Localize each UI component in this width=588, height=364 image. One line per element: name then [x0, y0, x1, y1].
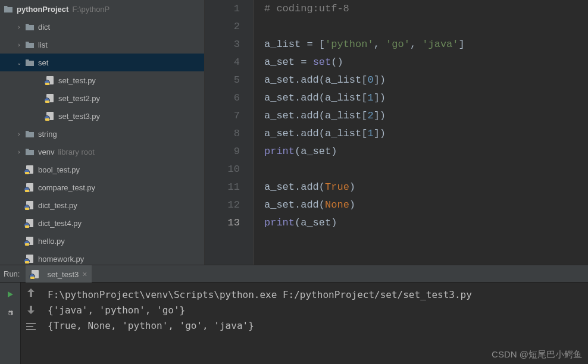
code-line[interactable]: a_set.add(None): [264, 196, 465, 214]
tree-file[interactable]: compare_test.py: [0, 178, 204, 196]
code-line[interactable]: a_set.add(a_list[1]): [264, 89, 465, 107]
code-line[interactable]: a_set.add(True): [264, 178, 465, 196]
python-file-icon: [25, 254, 35, 263]
gutter: 12345678910111213: [205, 0, 254, 265]
tree-item-hint: library root: [58, 148, 94, 156]
code-area[interactable]: # coding:utf-8a_list = ['python', 'go', …: [254, 0, 465, 265]
code-line[interactable]: [264, 18, 465, 36]
python-file-icon: [25, 183, 35, 192]
tree-file[interactable]: set_test2.py: [0, 89, 204, 107]
chevron-right-icon[interactable]: ›: [14, 147, 24, 156]
close-icon[interactable]: ×: [82, 269, 87, 279]
python-file-icon: [30, 269, 40, 279]
soft-wrap-button[interactable]: [26, 323, 36, 332]
chevron-down-icon[interactable]: ⌄: [14, 58, 24, 67]
tree-file[interactable]: dict_test.py: [0, 196, 204, 214]
python-file-icon: [25, 200, 35, 210]
line-number: 13: [205, 214, 240, 232]
code-line[interactable]: a_set.add(a_list[1]): [264, 125, 465, 143]
tree-item-label: string: [38, 130, 57, 139]
console-line: F:\pythonProject\venv\Scripts\python.exe…: [48, 287, 581, 303]
tree-item-label: set: [38, 58, 48, 67]
line-number: 3: [205, 36, 240, 54]
folder-icon: [25, 129, 35, 139]
code-line[interactable]: [264, 161, 465, 178]
run-tab[interactable]: set_test3 ×: [26, 265, 92, 283]
tree-folder[interactable]: ›string: [0, 125, 204, 143]
line-number: 4: [205, 54, 240, 71]
line-number: 10: [205, 161, 240, 178]
run-toolbar-left: [0, 283, 20, 364]
tree-item-label: bool_test.py: [38, 165, 80, 174]
code-line[interactable]: a_set = set(): [264, 54, 465, 71]
chevron-right-icon[interactable]: ›: [14, 129, 24, 139]
tree-item-label: set_test3.py: [58, 112, 100, 121]
line-number: 12: [205, 196, 240, 214]
tree-item-label: dict: [38, 23, 50, 32]
python-file-icon: [45, 93, 55, 103]
tree-file[interactable]: set_test.py: [0, 71, 204, 89]
console-line: {'java', 'python', 'go'}: [48, 303, 581, 318]
project-tree[interactable]: pythonProject F:\pythonP ›dict›list⌄sets…: [0, 0, 205, 265]
folder-icon: [25, 22, 35, 32]
line-number: 2: [205, 18, 240, 36]
chevron-right-icon[interactable]: ›: [14, 22, 24, 32]
tree-folder[interactable]: ›list: [0, 36, 204, 54]
settings-button[interactable]: [4, 307, 16, 319]
tree-item-label: hello.py: [38, 237, 65, 246]
code-line[interactable]: a_set.add(a_list[2]): [264, 107, 465, 125]
line-number: 9: [205, 143, 240, 161]
folder-icon: [25, 147, 35, 156]
code-line[interactable]: # coding:utf-8: [264, 0, 465, 18]
tree-item-label: compare_test.py: [38, 183, 95, 192]
line-number: 7: [205, 107, 240, 125]
scroll-up-button[interactable]: [27, 288, 35, 299]
tree-item-label: venv: [38, 148, 54, 156]
project-path: F:\pythonP: [72, 5, 110, 14]
run-toolbar-output: [20, 283, 40, 364]
tree-item-label: set_test2.py: [58, 94, 100, 103]
python-file-icon: [25, 236, 35, 246]
tree-file[interactable]: homework.py: [0, 250, 204, 265]
chevron-right-icon[interactable]: ›: [14, 40, 24, 49]
tree-item-label: dict_test4.py: [38, 219, 82, 228]
run-tabs: Run: set_test3 ×: [0, 265, 588, 283]
tree-item-label: set_test.py: [58, 76, 96, 85]
tree-file[interactable]: dict_test4.py: [0, 214, 204, 232]
scroll-down-button[interactable]: [27, 306, 35, 316]
run-label: Run:: [0, 269, 26, 278]
line-number: 11: [205, 178, 240, 196]
tree-file[interactable]: set_test3.py: [0, 107, 204, 125]
project-name: pythonProject: [17, 5, 68, 14]
project-root[interactable]: pythonProject F:\pythonP: [0, 0, 204, 18]
line-number: 6: [205, 89, 240, 107]
rerun-button[interactable]: [4, 288, 16, 300]
code-line[interactable]: a_set.add(a_list[0]): [264, 71, 465, 89]
tree-item-label: homework.py: [38, 255, 84, 263]
code-line[interactable]: print(a_set): [264, 214, 465, 232]
python-file-icon: [25, 165, 35, 174]
run-tab-label: set_test3: [47, 270, 79, 279]
folder-icon: [25, 40, 35, 49]
console-line: {True, None, 'python', 'go', 'java'}: [48, 318, 581, 334]
line-number: 8: [205, 125, 240, 143]
tree-folder[interactable]: ›venvlibrary root: [0, 143, 204, 161]
tree-file[interactable]: bool_test.py: [0, 161, 204, 178]
code-line[interactable]: a_list = ['python', 'go', 'java']: [264, 36, 465, 54]
tree-folder[interactable]: ›dict: [0, 18, 204, 36]
python-file-icon: [25, 218, 35, 228]
tree-item-label: dict_test.py: [38, 201, 77, 210]
tree-folder[interactable]: ⌄set: [0, 54, 204, 71]
code-editor[interactable]: 12345678910111213 # coding:utf-8a_list =…: [205, 0, 588, 265]
folder-icon: [4, 4, 13, 14]
folder-icon: [25, 58, 35, 67]
code-line[interactable]: print(a_set): [264, 143, 465, 161]
line-number: 5: [205, 71, 240, 89]
line-number: 1: [205, 0, 240, 18]
python-file-icon: [45, 76, 55, 85]
watermark: CSDN @短尾巴小鳄鱼: [492, 349, 582, 360]
tree-file[interactable]: hello.py: [0, 232, 204, 250]
python-file-icon: [45, 111, 55, 121]
tree-item-label: list: [38, 40, 48, 49]
